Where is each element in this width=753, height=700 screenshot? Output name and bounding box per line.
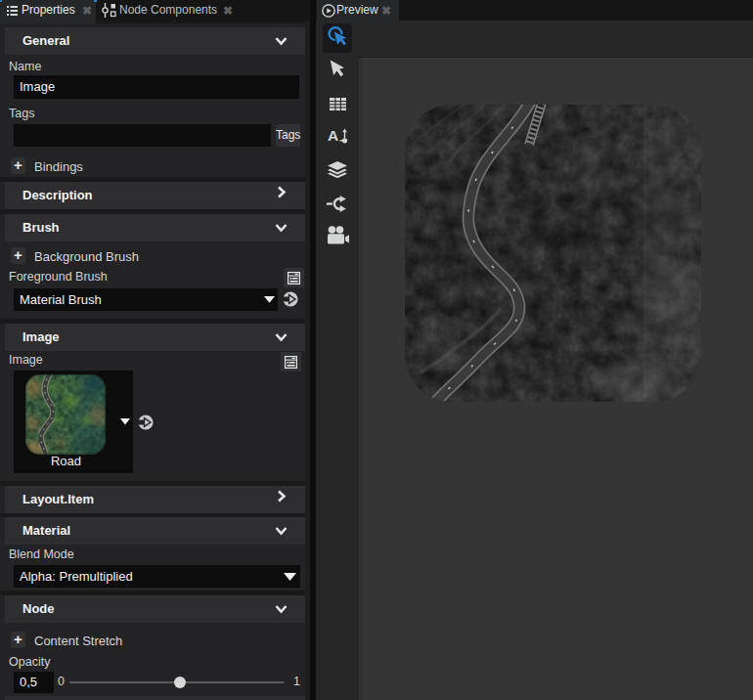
svg-text:A: A [328,127,338,144]
